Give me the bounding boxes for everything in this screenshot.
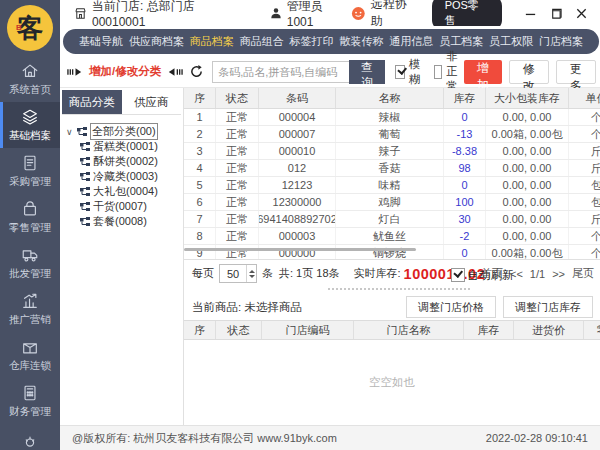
query-button[interactable]: 查询 (349, 60, 385, 84)
tree-node[interactable]: 套餐(0008) (80, 214, 181, 229)
store-column-header-序: 序 (184, 321, 216, 339)
menu-tab-员工档案[interactable]: 员工档案 (439, 34, 483, 49)
tree-caret-icon[interactable]: ∨ (66, 127, 74, 137)
gear-icon (21, 430, 39, 448)
add-product-button[interactable]: 增加商品 (464, 60, 502, 84)
next-page-button[interactable]: >> (552, 268, 565, 280)
product-row[interactable]: 3正常000010辣子-8.380.00, 0.00斤 (184, 143, 600, 160)
sidebar-item-基础档案[interactable]: 基础档案 (0, 102, 60, 148)
cell-序: 4 (184, 160, 216, 176)
datetime-label: 2022-02-28 09:10:41 (486, 432, 588, 444)
tree-node-root[interactable]: ∨ 全部分类(00) (66, 124, 181, 139)
cell-名称: 葡萄 (336, 126, 444, 142)
statusbar: @版权所有: 杭州贝友客科技有限公司 www.91byk.com 2022-02… (60, 425, 600, 450)
cell-条码: 000004 (259, 109, 336, 125)
store-table-header: 序状态门店编码门店名称库存进货价零售价 (184, 320, 600, 340)
column-header-名称: 名称 (336, 88, 444, 108)
add-modify-category-button[interactable]: 增加/修改分类 (89, 64, 161, 79)
tree-node[interactable]: 大礼包(0004) (80, 184, 181, 199)
sidebar-item-partial[interactable] (0, 424, 60, 450)
cell-大小包装库存: 0.00, 0.00 (486, 177, 569, 193)
category-node-icon (80, 172, 90, 182)
first-page-button[interactable]: 首页 (481, 266, 503, 281)
cell-库存: 0 (444, 177, 486, 193)
search-input[interactable] (212, 61, 349, 83)
prev-page-button[interactable]: << (510, 268, 523, 280)
cell-大小包装库存: 0.00箱, 0.00包 (486, 245, 569, 259)
per-page-spinner[interactable]: 50 (219, 264, 257, 283)
cell-名称: 辣椒 (336, 109, 444, 125)
content: 商品分类供应商 ∨ 全部分类(00) 蛋糕类(0001)酥饼类(0002)冷藏类… (60, 88, 600, 425)
close-icon (575, 7, 588, 20)
category-node-icon (80, 157, 90, 167)
cell-大小包装库存: 0.00, 0.00 (486, 109, 569, 125)
copyright-label: @版权所有: 杭州贝友客科技有限公司 www.91byk.com (72, 431, 337, 446)
product-row[interactable]: 6正常12300000鸡脚1000.00, 0.00包 (184, 194, 600, 211)
sidebar-item-批发管理[interactable]: 批发管理 (0, 240, 60, 286)
menu-tab-供应商档案[interactable]: 供应商档案 (129, 34, 184, 49)
category-tab-商品分类[interactable]: 商品分类 (62, 90, 122, 114)
menu-tab-商品档案[interactable]: 商品档案 (190, 34, 234, 49)
spinner-arrows-icon[interactable] (246, 265, 256, 282)
current-product-bar: 当前商品: 未选择商品 调整门店价格 调整门店库存 (184, 294, 600, 320)
cell-大小包装库存: 0.00, 0.00 (486, 143, 569, 159)
cell-单位: 斤 (569, 143, 600, 159)
sidebar-item-零售管理[interactable]: 零售管理 (0, 194, 60, 240)
menu-tab-通用信息[interactable]: 通用信息 (389, 34, 433, 49)
cell-条码: 6941408892702 (259, 211, 336, 227)
product-row[interactable]: 2正常000007葡萄-130.00箱, 0.00包个 (184, 126, 600, 143)
sidebar-item-财务管理[interactable]: 财务管理 (0, 378, 60, 424)
category-tabs: 商品分类供应商 (62, 90, 181, 115)
cell-条码: 000003 (259, 228, 336, 244)
product-row[interactable]: 7正常6941408892702灯白300.00, 0.00斤 (184, 211, 600, 228)
cell-大小包装库存: 0.00, 0.00 (486, 211, 569, 227)
more-button[interactable]: 更多 (556, 60, 596, 84)
column-header-条码: 条码 (259, 88, 336, 108)
horizontal-scrollbar[interactable] (184, 248, 416, 251)
expand-panel-icon[interactable] (67, 66, 84, 78)
last-page-button[interactable]: 尾页 (572, 266, 594, 281)
category-node-icon (80, 217, 90, 227)
tree-node[interactable]: 干货(0007) (80, 199, 181, 214)
menu-tab-员工权限[interactable]: 员工权限 (489, 34, 533, 49)
product-row[interactable]: 5正常12123味精00.00, 0.00包 (184, 177, 600, 194)
fuzzy-checkbox[interactable]: 模糊 (395, 57, 425, 87)
maximize-button[interactable] (543, 2, 568, 24)
tree-node[interactable]: 冷藏类(0003) (80, 169, 181, 184)
product-row[interactable]: 8正常000003鱿鱼丝-20.00, 0.00个 (184, 228, 600, 245)
cell-序: 7 (184, 211, 216, 227)
menu-tab-标签打印[interactable]: 标签打印 (290, 34, 334, 49)
minimize-button[interactable] (518, 2, 543, 24)
product-row[interactable]: 4正常012香菇980.00, 0.00斤 (184, 160, 600, 177)
sidebar-item-推广营销[interactable]: 推广营销 (0, 286, 60, 332)
menu-tab-门店档案[interactable]: 门店档案 (539, 34, 583, 49)
adjust-store-price-button[interactable]: 调整门店价格 (406, 296, 496, 318)
menu-tab-散装传称[interactable]: 散装传称 (339, 34, 383, 49)
titlebar: 当前门店: 总部门店 00010001 管理员 1001 远程协助 POS零售 (60, 0, 600, 26)
cell-库存: 30 (444, 211, 486, 227)
product-row[interactable]: 1正常000004辣椒00.00, 0.00个 (184, 109, 600, 126)
collapse-panel-icon[interactable] (166, 66, 183, 78)
refresh-icon[interactable] (189, 64, 204, 79)
minimize-icon (524, 7, 537, 20)
category-node-icon (77, 127, 87, 137)
cell-单位: 个 (569, 109, 600, 125)
menu-tab-商品组合[interactable]: 商品组合 (240, 34, 284, 49)
auto-refresh-checkbox-box (451, 268, 465, 282)
close-button[interactable] (569, 2, 594, 24)
tree-node[interactable]: 酥饼类(0002) (80, 154, 181, 169)
cell-条码: 12123 (259, 177, 336, 193)
sidebar-item-仓库连锁[interactable]: 仓库连锁 (0, 332, 60, 378)
category-tab-供应商[interactable]: 供应商 (122, 90, 182, 114)
modify-button[interactable]: 修改 (509, 60, 549, 84)
cell-单位: 斤 (569, 160, 600, 176)
main-panel: 序状态条码名称库存大小包装库存单位 1正常000004辣椒00.00, 0.00… (184, 88, 600, 425)
store-column-header-门店编码: 门店编码 (262, 321, 354, 339)
adjust-store-stock-button[interactable]: 调整门店库存 (503, 296, 593, 318)
cell-序: 5 (184, 177, 216, 193)
sidebar-item-采购管理[interactable]: 采购管理 (0, 148, 60, 194)
sidebar-item-系统首页[interactable]: 系统首页 (0, 56, 60, 102)
menubar: 基础导航供应商档案商品档案商品组合标签打印散装传称通用信息员工档案员工权限门店档… (60, 26, 600, 56)
tree-node[interactable]: 蛋糕类(0001) (80, 139, 181, 154)
menu-tab-基础导航[interactable]: 基础导航 (79, 34, 123, 49)
